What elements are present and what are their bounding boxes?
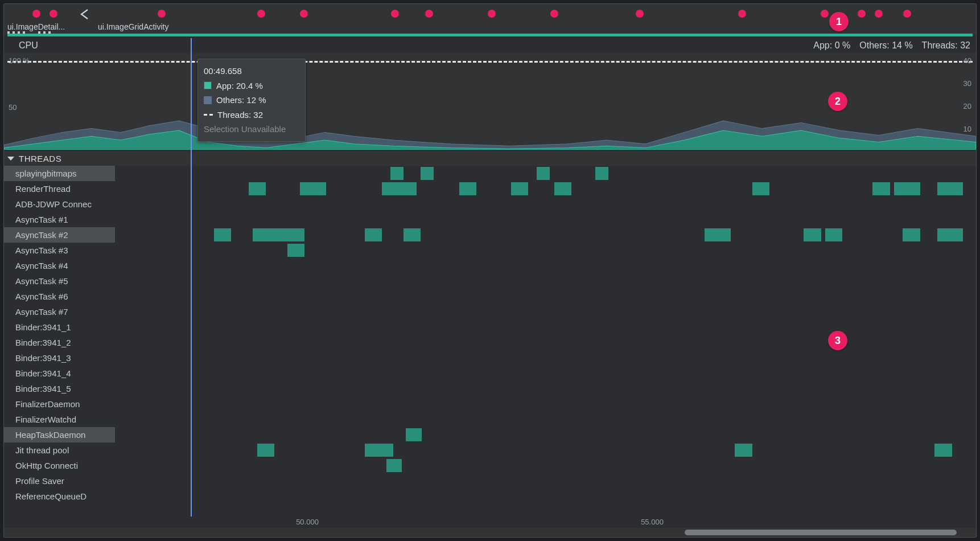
- thread-lane[interactable]: [115, 212, 976, 227]
- activity-block[interactable]: [537, 167, 550, 180]
- thread-name[interactable]: ADB-JDWP Connec: [4, 196, 115, 212]
- activity-block[interactable]: [511, 182, 528, 195]
- activity-block[interactable]: [390, 167, 403, 180]
- activity-block[interactable]: [934, 444, 952, 457]
- user-event-dot[interactable]: [257, 10, 265, 18]
- time-axis: 50.00055.000: [4, 517, 976, 528]
- activity-block[interactable]: [365, 228, 382, 241]
- user-event-dot[interactable]: [300, 10, 308, 18]
- thread-lane[interactable]: [115, 227, 976, 243]
- thread-name[interactable]: Binder:3941_3: [4, 350, 115, 366]
- thread-name[interactable]: Binder:3941_4: [4, 366, 115, 381]
- time-cursor[interactable]: [191, 38, 192, 517]
- scrollbar-thumb[interactable]: [685, 530, 957, 535]
- user-event-dot[interactable]: [550, 10, 558, 18]
- user-event-dot[interactable]: [858, 10, 866, 18]
- user-event-dot[interactable]: [425, 10, 433, 18]
- activity-block[interactable]: [257, 444, 274, 457]
- thread-lane[interactable]: [115, 319, 976, 335]
- activity-block[interactable]: [752, 182, 769, 195]
- thread-lane[interactable]: [115, 458, 976, 473]
- thread-lane[interactable]: [115, 427, 976, 442]
- activity-block[interactable]: [894, 182, 920, 195]
- thread-name[interactable]: Binder:3941_1: [4, 319, 115, 335]
- activity-block[interactable]: [406, 428, 421, 441]
- activity-block[interactable]: [937, 228, 963, 241]
- cpu-title: CPU: [19, 40, 38, 51]
- thread-lane[interactable]: [115, 396, 976, 412]
- timeline-bar[interactable]: [7, 34, 973, 36]
- user-event-dot[interactable]: [50, 10, 57, 18]
- activity-block[interactable]: [872, 182, 890, 195]
- thread-lane[interactable]: [115, 273, 976, 289]
- user-event-dot[interactable]: [32, 10, 40, 18]
- user-event-dot[interactable]: [158, 10, 166, 18]
- thread-name[interactable]: Binder:3941_2: [4, 335, 115, 350]
- activity-block[interactable]: [253, 228, 304, 241]
- activity-block[interactable]: [403, 228, 421, 241]
- user-event-dot[interactable]: [738, 10, 746, 18]
- thread-lane[interactable]: [115, 304, 976, 319]
- thread-name[interactable]: Binder:3941_5: [4, 381, 115, 396]
- activity-block[interactable]: [705, 228, 730, 241]
- activity-block[interactable]: [214, 228, 231, 241]
- thread-lane[interactable]: [115, 489, 976, 504]
- horizontal-scrollbar[interactable]: [4, 528, 976, 537]
- thread-lane[interactable]: [115, 381, 976, 396]
- thread-name[interactable]: AsyncTask #2: [4, 227, 115, 243]
- thread-lane[interactable]: [115, 473, 976, 489]
- thread-name[interactable]: AsyncTask #7: [4, 304, 115, 319]
- thread-name[interactable]: AsyncTask #4: [4, 258, 115, 273]
- thread-name[interactable]: AsyncTask #5: [4, 273, 115, 289]
- thread-name[interactable]: AsyncTask #1: [4, 212, 115, 227]
- user-event-dot[interactable]: [488, 10, 496, 18]
- activity-block[interactable]: [421, 167, 434, 180]
- activity-block[interactable]: [459, 182, 476, 195]
- activity-block[interactable]: [249, 182, 266, 195]
- time-axis-label: 55.000: [641, 518, 664, 526]
- thread-lane[interactable]: [115, 412, 976, 427]
- thread-name[interactable]: FinalizerWatchd: [4, 412, 115, 427]
- thread-lane[interactable]: [115, 196, 976, 212]
- tooltip-app: App: 20.4 %: [216, 79, 263, 93]
- user-event-dot[interactable]: [875, 10, 883, 18]
- user-event-dot[interactable]: [903, 10, 911, 18]
- activity-block[interactable]: [377, 444, 393, 457]
- swatch-app-icon: [204, 81, 212, 89]
- activity-block[interactable]: [735, 444, 752, 457]
- thread-name[interactable]: OkHttp Connecti: [4, 458, 115, 473]
- activity-block[interactable]: [595, 167, 608, 180]
- thread-name[interactable]: RenderThread: [4, 181, 115, 196]
- thread-lane[interactable]: [115, 166, 976, 181]
- thread-lane[interactable]: [115, 258, 976, 273]
- activity-label-2: ui.ImageGridActivity: [98, 22, 168, 31]
- threads-header[interactable]: THREADS: [4, 151, 976, 166]
- activity-block[interactable]: [937, 182, 963, 195]
- thread-lane[interactable]: [115, 366, 976, 381]
- thread-name[interactable]: FinalizerDaemon: [4, 396, 115, 412]
- thread-name[interactable]: AsyncTask #6: [4, 289, 115, 304]
- thread-name[interactable]: Jit thread pool: [4, 442, 115, 458]
- thread-lane[interactable]: [115, 442, 976, 458]
- time-axis-label: 50.000: [296, 518, 319, 526]
- activity-block[interactable]: [386, 459, 402, 472]
- activity-block[interactable]: [825, 228, 842, 241]
- thread-name[interactable]: HeapTaskDaemon: [4, 427, 115, 442]
- activity-block[interactable]: [804, 228, 821, 241]
- activity-block[interactable]: [903, 228, 920, 241]
- activity-block[interactable]: [554, 182, 571, 195]
- user-event-dot[interactable]: [636, 10, 644, 18]
- thread-lane[interactable]: [115, 243, 976, 258]
- thread-name[interactable]: Profile Saver: [4, 473, 115, 489]
- user-event-dot[interactable]: [391, 10, 399, 18]
- activity-block[interactable]: [382, 182, 417, 195]
- user-event-dot[interactable]: [821, 10, 829, 18]
- thread-lane[interactable]: [115, 181, 976, 196]
- thread-lane[interactable]: [115, 289, 976, 304]
- thread-name[interactable]: splayingbitmaps: [4, 166, 115, 181]
- activity-block[interactable]: [300, 182, 326, 195]
- thread-lane[interactable]: [115, 350, 976, 366]
- thread-name[interactable]: ReferenceQueueD: [4, 489, 115, 504]
- thread-name[interactable]: AsyncTask #3: [4, 243, 115, 258]
- activity-block[interactable]: [287, 244, 304, 257]
